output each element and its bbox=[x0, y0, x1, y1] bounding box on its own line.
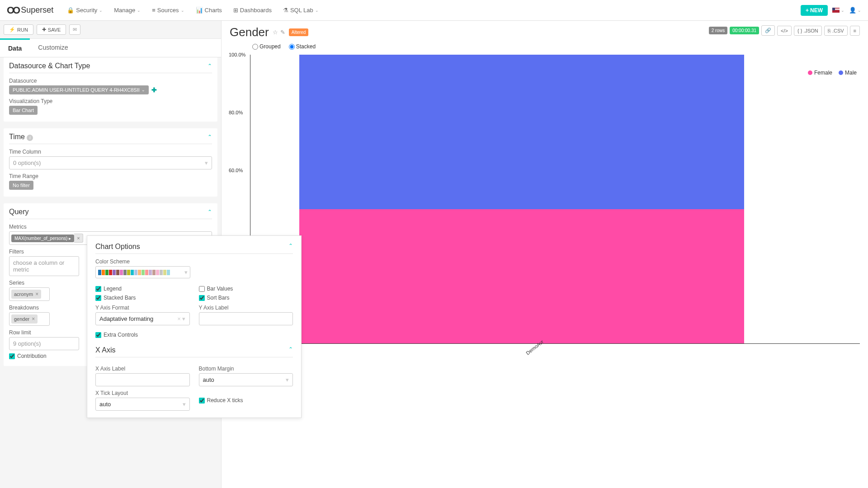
new-button[interactable]: +NEW bbox=[801, 5, 828, 16]
time-column-select[interactable]: 0 option(s)▾ bbox=[9, 156, 212, 169]
nav-charts[interactable]: 📊Charts bbox=[191, 7, 226, 14]
bar-segment-female[interactable] bbox=[299, 209, 744, 343]
chevron-up-icon[interactable]: ⌃ bbox=[208, 63, 212, 69]
csv-button[interactable]: ⎘ .CSV bbox=[824, 26, 848, 36]
breakdowns-input[interactable]: gender× bbox=[9, 312, 50, 326]
xaxis-label-input[interactable] bbox=[95, 373, 190, 386]
remove-icon[interactable]: × bbox=[32, 316, 35, 322]
rows-badge: 2 rows bbox=[709, 27, 727, 34]
hamburger-icon: ≡ bbox=[854, 28, 856, 33]
viz-type-label: Visualization Type bbox=[9, 98, 212, 104]
nav-sqllab[interactable]: ⚗SQL Lab⌄ bbox=[278, 7, 323, 14]
tab-data[interactable]: Data bbox=[0, 38, 30, 57]
code-icon: </> bbox=[781, 28, 788, 33]
chevron-up-icon[interactable]: ⌃ bbox=[288, 243, 293, 251]
json-button[interactable]: { } .JSON bbox=[794, 26, 822, 36]
color-swatch bbox=[149, 270, 152, 275]
datasource-select[interactable]: PUBLIC.ADMIN USER-UNTITLED QUERY 4-RH4XC… bbox=[9, 85, 149, 94]
contribution-checkbox[interactable] bbox=[9, 353, 15, 359]
extra-controls-checkbox[interactable] bbox=[95, 332, 101, 338]
remove-icon[interactable]: × bbox=[35, 291, 38, 297]
user-icon: 👤 bbox=[849, 7, 856, 14]
color-scheme-select[interactable]: ▾ bbox=[95, 266, 190, 278]
datasource-add-button[interactable]: ✚ bbox=[151, 86, 157, 94]
section-time: Time i⌃ Time Column 0 option(s)▾ Time Ra… bbox=[4, 128, 217, 197]
time-range-select[interactable]: No filter bbox=[9, 181, 33, 190]
plus-icon: + bbox=[806, 7, 809, 14]
chevron-up-icon[interactable]: ⌃ bbox=[288, 346, 293, 354]
grouped-radio[interactable]: Grouped bbox=[252, 43, 281, 50]
chart-plot-area: 100.0%80.0%60.0% DemoAvr bbox=[250, 55, 860, 344]
language-flag[interactable]: ⌄ bbox=[832, 8, 844, 13]
legend-checkbox[interactable] bbox=[95, 286, 101, 292]
yaxis-format-select[interactable]: Adaptative formating× ▾ bbox=[95, 312, 190, 325]
series-input[interactable]: acronym× bbox=[9, 287, 50, 301]
tab-customize[interactable]: Customize bbox=[30, 39, 76, 57]
datasource-label: Datasource bbox=[9, 78, 212, 84]
share-button[interactable]: ✉ bbox=[69, 24, 80, 35]
color-swatch bbox=[98, 270, 101, 275]
time-column-label: Time Column bbox=[9, 149, 212, 155]
color-swatch bbox=[123, 270, 127, 275]
color-swatch bbox=[113, 270, 116, 275]
bottom-margin-select[interactable]: auto▾ bbox=[199, 373, 293, 386]
rowlimit-select[interactable]: 9 option(s) bbox=[9, 337, 79, 350]
metric-remove[interactable]: × bbox=[74, 234, 83, 243]
chart-panel: Gender ☆ ✎ Altered 2 rows 00:00:00.31 🔗 … bbox=[222, 21, 868, 488]
color-swatch bbox=[127, 270, 130, 275]
section-datasource: Datasource & Chart Type⌃ Datasource PUBL… bbox=[4, 57, 217, 122]
color-swatch bbox=[109, 270, 112, 275]
nav-security[interactable]: 🔒Security⌄ bbox=[62, 7, 107, 14]
embed-button[interactable]: </> bbox=[777, 26, 792, 36]
yaxis-label-label: Y Axis Label bbox=[199, 305, 293, 311]
stacked-bars-checkbox[interactable] bbox=[95, 295, 101, 301]
flag-icon bbox=[832, 8, 840, 13]
y-tick-label: 60.0% bbox=[229, 168, 243, 173]
breakdowns-tag[interactable]: gender× bbox=[11, 314, 38, 324]
yaxis-label-input[interactable] bbox=[199, 312, 293, 325]
reduce-x-checkbox[interactable] bbox=[199, 398, 205, 404]
bolt-icon: ⚡ bbox=[9, 27, 15, 33]
star-icon[interactable]: ☆ bbox=[273, 29, 278, 36]
logo-icon: OO bbox=[7, 5, 19, 16]
color-swatch bbox=[156, 270, 159, 275]
run-button[interactable]: ⚡RUN bbox=[4, 24, 33, 35]
save-button[interactable]: ✚SAVE bbox=[37, 24, 66, 35]
logo[interactable]: OO Superset bbox=[7, 5, 53, 16]
altered-badge[interactable]: Altered bbox=[289, 28, 309, 36]
link-button[interactable]: 🔗 bbox=[761, 25, 775, 36]
viz-type-select[interactable]: Bar Chart bbox=[9, 106, 38, 115]
metric-tag[interactable]: MAX(number_of_persons)▸ bbox=[11, 235, 74, 242]
color-swatch bbox=[152, 270, 156, 275]
xtick-layout-select[interactable]: auto▾ bbox=[95, 398, 190, 411]
xaxis-label-label: X Axis Label bbox=[95, 366, 190, 372]
chevron-up-icon[interactable]: ⌃ bbox=[208, 134, 212, 140]
chevron-up-icon[interactable]: ⌃ bbox=[208, 209, 212, 215]
section-title-text: Query bbox=[9, 208, 29, 216]
timing-badge: 00:00:00.31 bbox=[730, 27, 759, 34]
info-icon[interactable]: i bbox=[27, 135, 33, 141]
series-tag[interactable]: acronym× bbox=[11, 290, 41, 299]
stacked-radio[interactable]: Stacked bbox=[289, 43, 316, 50]
yaxis-format-label: Y Axis Format bbox=[95, 305, 190, 311]
bar-values-checkbox[interactable] bbox=[199, 286, 205, 292]
xaxis-section-title: X Axis bbox=[95, 346, 115, 354]
edit-icon[interactable]: ✎ bbox=[280, 29, 285, 36]
explore-toolbar: ⚡RUN ✚SAVE ✉ bbox=[0, 21, 221, 39]
color-swatch bbox=[145, 270, 148, 275]
sort-bars-checkbox[interactable] bbox=[199, 295, 205, 301]
bar-segment-male[interactable] bbox=[299, 55, 744, 209]
menu-button[interactable]: ≡ bbox=[850, 26, 860, 36]
color-swatch bbox=[102, 270, 105, 275]
filters-input[interactable]: choose a column or metric bbox=[9, 256, 79, 276]
xtick-layout-label: X Tick Layout bbox=[95, 390, 190, 396]
color-swatch bbox=[116, 270, 119, 275]
explore-tabs: Data Customize bbox=[0, 39, 221, 57]
nav-dashboards[interactable]: ⊞Dashboards bbox=[229, 7, 276, 14]
color-swatch bbox=[138, 270, 141, 275]
nav-manage[interactable]: Manage⌄ bbox=[109, 7, 145, 14]
chart-options-title: Chart Options bbox=[95, 243, 140, 251]
y-tick-label: 80.0% bbox=[229, 110, 243, 115]
nav-sources[interactable]: ≡Sources⌄ bbox=[147, 7, 189, 14]
user-menu[interactable]: 👤⌄ bbox=[849, 7, 861, 14]
